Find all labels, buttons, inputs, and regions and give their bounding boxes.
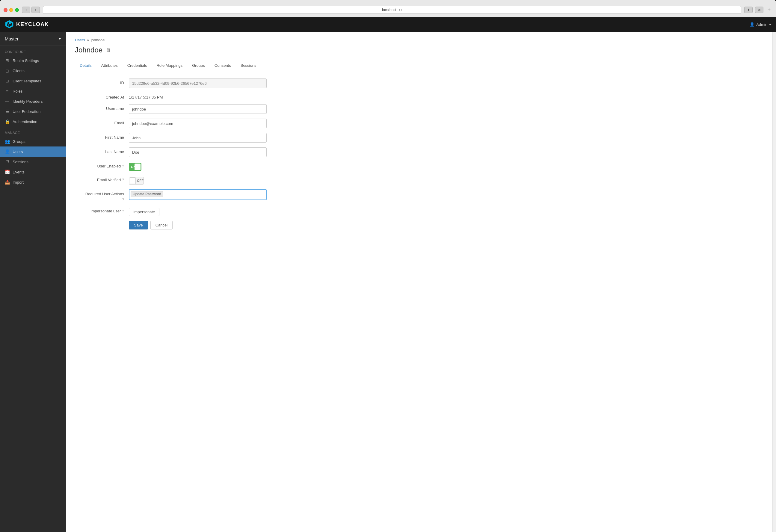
- sidebar-item-client-templates[interactable]: ⊡ Client Templates: [0, 76, 66, 86]
- forward-button[interactable]: ›: [31, 7, 40, 13]
- required-user-actions-select[interactable]: Update Password: [129, 189, 267, 200]
- tab-sessions[interactable]: Sessions: [236, 60, 261, 71]
- created-at-value: 1/17/17 5:17:35 PM: [129, 93, 163, 99]
- required-action-tag-label: Update Password: [133, 192, 161, 196]
- share-button[interactable]: ⬆: [744, 7, 753, 13]
- sidebar-item-authentication[interactable]: 🔒 Authentication: [0, 116, 66, 127]
- sidebar-item-events[interactable]: 📅 Events: [0, 167, 66, 177]
- realm-settings-icon: ⊞: [5, 58, 10, 63]
- tab-consents[interactable]: Consents: [210, 60, 236, 71]
- sidebar-item-label: Users: [13, 150, 23, 154]
- form-group-id: ID: [75, 78, 763, 88]
- configure-section-label: Configure: [0, 46, 66, 55]
- impersonate-label: Impersonate user ?: [75, 207, 129, 213]
- app-name: KEYCLOAK: [16, 21, 49, 28]
- toggle-off-state[interactable]: OFF: [129, 177, 144, 185]
- sidebar-item-import[interactable]: 📥 Import: [0, 177, 66, 187]
- sidebar-item-users[interactable]: 👤 Users: [0, 147, 66, 157]
- page-title-row: Johndoe 🗑: [75, 46, 763, 54]
- url-text: localhost: [382, 8, 396, 12]
- tabs: Details Attributes Credentials Role Mapp…: [75, 60, 763, 71]
- form-group-last-name: Last Name: [75, 148, 763, 157]
- tab-button[interactable]: ⧉: [755, 7, 763, 13]
- breadcrumb-users-link[interactable]: Users: [75, 38, 85, 42]
- sidebar-item-label: Identity Providers: [13, 99, 42, 104]
- tab-attributes[interactable]: Attributes: [96, 60, 123, 71]
- breadcrumb-sep: »: [87, 38, 89, 42]
- identity-providers-icon: —: [5, 99, 10, 104]
- maximize-button[interactable]: [15, 8, 19, 12]
- sidebar-item-realm-settings[interactable]: ⊞ Realm Settings: [0, 55, 66, 66]
- sidebar-item-user-federation[interactable]: ☰ User Federation: [0, 106, 66, 116]
- sidebar-item-label: User Federation: [13, 109, 40, 114]
- import-icon: 📥: [5, 180, 10, 185]
- traffic-lights: [4, 8, 19, 12]
- realm-chevron-icon: ▾: [59, 36, 61, 41]
- username-field[interactable]: [129, 104, 267, 114]
- toggle-knob: [135, 164, 141, 170]
- form-group-first-name: First Name: [75, 133, 763, 143]
- roles-icon: ≡: [5, 89, 10, 93]
- email-verified-help-icon[interactable]: ?: [122, 178, 124, 182]
- sidebar-item-groups[interactable]: 👥 Groups: [0, 136, 66, 147]
- sidebar-item-label: Groups: [13, 139, 25, 144]
- scrollbar[interactable]: [772, 32, 776, 532]
- email-verified-toggle[interactable]: OFF: [129, 176, 144, 185]
- refresh-icon[interactable]: ↻: [399, 8, 402, 12]
- toggle-on-state[interactable]: ON: [129, 163, 142, 171]
- sidebar-item-label: Roles: [13, 89, 22, 93]
- form-group-email: Email: [75, 118, 763, 128]
- user-enabled-help-icon[interactable]: ?: [122, 164, 124, 168]
- required-actions-help-icon[interactable]: ?: [122, 198, 124, 202]
- toggle-off-label: OFF: [137, 179, 144, 183]
- close-button[interactable]: [4, 8, 7, 12]
- required-user-actions-label: Required User Actions ?: [75, 189, 129, 202]
- content-area: Users » johndoe Johndoe 🗑 Details Attrib…: [66, 32, 772, 532]
- users-icon: 👤: [5, 149, 10, 154]
- new-tab-button[interactable]: +: [766, 7, 772, 13]
- tab-role-mappings[interactable]: Role Mappings: [152, 60, 187, 71]
- impersonate-button[interactable]: Impersonate: [129, 208, 159, 216]
- address-bar[interactable]: localhost ↻: [43, 6, 741, 14]
- sidebar-item-label: Import: [13, 180, 24, 185]
- created-at-label: Created At: [75, 93, 129, 99]
- nav-buttons: ‹ ›: [22, 7, 40, 13]
- required-action-tag: Update Password: [131, 191, 163, 197]
- tab-details[interactable]: Details: [75, 60, 96, 71]
- last-name-field[interactable]: [129, 148, 267, 157]
- sidebar-item-roles[interactable]: ≡ Roles: [0, 86, 66, 96]
- user-icon: 👤: [750, 22, 754, 27]
- admin-label: Admin: [756, 22, 767, 27]
- sidebar-item-clients[interactable]: ◻ Clients: [0, 66, 66, 76]
- breadcrumb: Users » johndoe: [75, 38, 763, 42]
- sidebar-item-identity-providers[interactable]: — Identity Providers: [0, 96, 66, 106]
- delete-user-button[interactable]: 🗑: [106, 47, 111, 53]
- toggle-knob: [130, 177, 136, 184]
- email-verified-label: Email Verified ?: [75, 176, 129, 182]
- cancel-button[interactable]: Cancel: [150, 221, 173, 230]
- user-enabled-toggle[interactable]: ON: [129, 162, 142, 171]
- first-name-field[interactable]: [129, 133, 267, 143]
- impersonate-help-icon[interactable]: ?: [122, 209, 124, 213]
- id-field[interactable]: [129, 78, 267, 88]
- email-field[interactable]: [129, 118, 267, 128]
- sidebar-item-label: Clients: [13, 69, 25, 73]
- app-wrapper: KEYCLOAK 👤 Admin ▾ Master ▾ Configure ⊞ …: [0, 17, 776, 532]
- user-federation-icon: ☰: [5, 109, 10, 114]
- sidebar-item-label: Sessions: [13, 160, 28, 164]
- browser-chrome: ‹ › localhost ↻ ⬆ ⧉ +: [0, 0, 776, 17]
- minimize-button[interactable]: [9, 8, 13, 12]
- form-group-impersonate: Impersonate user ? Impersonate: [75, 207, 763, 216]
- admin-menu[interactable]: 👤 Admin ▾: [750, 22, 771, 27]
- save-button[interactable]: Save: [129, 221, 148, 230]
- impersonate-btn-container: Impersonate: [129, 207, 159, 216]
- sidebar-item-label: Client Templates: [13, 79, 41, 83]
- back-button[interactable]: ‹: [22, 7, 30, 13]
- sidebar-item-sessions[interactable]: ⏱ Sessions: [0, 157, 66, 167]
- form-group-user-enabled: User Enabled ? ON: [75, 162, 763, 171]
- logo: KEYCLOAK: [5, 20, 49, 29]
- tab-groups[interactable]: Groups: [187, 60, 210, 71]
- realm-selector[interactable]: Master ▾: [0, 32, 66, 46]
- browser-actions: ⬆ ⧉ +: [744, 7, 772, 13]
- tab-credentials[interactable]: Credentials: [123, 60, 152, 71]
